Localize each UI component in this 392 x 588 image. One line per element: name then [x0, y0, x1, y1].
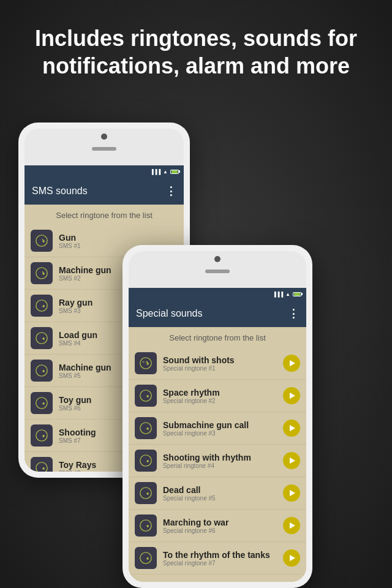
list-item[interactable]: Marching to war Special ringtone #6: [129, 510, 306, 542]
svg-point-13: [140, 488, 151, 499]
play-icon: [290, 522, 295, 529]
item-title: Gun: [59, 233, 178, 243]
list-item[interactable]: To the rhythm of the tanks Special ringt…: [129, 542, 306, 575]
play-button[interactable]: [283, 387, 300, 404]
item-text: Shooting with rhythm Sperial ringtone #4: [163, 453, 277, 469]
list-item[interactable]: Shooting with rhythm Sperial ringtone #4: [129, 445, 306, 477]
phone1-camera: [101, 134, 107, 140]
phone1-toolbar: SMS sounds ⋮: [24, 178, 184, 205]
play-icon: [290, 425, 295, 431]
svg-point-1: [36, 268, 47, 279]
phone2-toolbar: Special sounds ⋮: [129, 300, 306, 327]
signal-icon: ▐▐▐: [273, 292, 283, 297]
svg-point-6: [36, 430, 47, 441]
svg-point-9: [140, 358, 151, 369]
item-icon-gun: [31, 230, 53, 252]
play-button[interactable]: [283, 484, 300, 502]
phone2-status-bar: ▐▐▐ ▲: [129, 288, 306, 300]
play-button[interactable]: [283, 355, 300, 372]
svg-point-12: [140, 455, 151, 466]
phone2-screen: ▐▐▐ ▲ Special sounds ⋮ Select ringtone f…: [129, 251, 306, 582]
list-item[interactable]: Space rhythm Special ringtone #2: [129, 380, 306, 412]
svg-point-10: [140, 390, 151, 401]
list-item[interactable]: Dead call Special ringtone #5: [129, 477, 306, 510]
item-icon: [135, 352, 157, 374]
battery-icon: [293, 292, 301, 296]
list-item[interactable]: Sound with shots Special ringtone #1: [129, 347, 306, 380]
item-sub: Special ringtone #7: [163, 560, 277, 567]
item-title: Marching to war: [163, 518, 277, 527]
svg-point-14: [140, 520, 151, 531]
item-sub: Special ringtone #1: [163, 365, 277, 372]
phone1-app-title: SMS sounds: [32, 186, 165, 197]
phone2-list: Sound with shots Special ringtone #1 Spa…: [129, 347, 306, 582]
item-text: To the rhythm of the tanks Special ringt…: [163, 550, 277, 567]
phone1-list-header: Select ringtone from the list: [24, 205, 184, 225]
item-icon: [135, 385, 157, 407]
wifi-icon: ▲: [163, 169, 168, 175]
item-title: Sound with shots: [163, 355, 277, 365]
item-sub: Special ringtone #3: [163, 430, 277, 437]
play-icon: [290, 458, 295, 464]
battery-icon: [170, 170, 179, 174]
item-icon: [31, 392, 53, 414]
item-sub: Sperial ringtone #4: [163, 462, 277, 469]
item-icon: [31, 295, 53, 317]
item-icon: [135, 514, 157, 537]
item-text: Dead call Special ringtone #5: [163, 485, 277, 502]
play-button[interactable]: [283, 452, 300, 469]
item-title: To the rhythm of the tanks: [163, 550, 277, 560]
svg-point-2: [36, 300, 47, 311]
wifi-icon: ▲: [285, 292, 290, 297]
item-icon: [31, 327, 53, 349]
list-item[interactable]: Submachine gun call Special ringtone #3: [129, 412, 306, 445]
battery-fill: [294, 293, 300, 296]
item-icon: [135, 482, 157, 504]
item-icon: [31, 262, 53, 284]
phone2-list-header: Select ringtone from the list: [129, 327, 306, 347]
item-sub: Special ringtone #2: [163, 398, 277, 404]
svg-point-15: [140, 552, 151, 564]
item-title: Space rhythm: [163, 388, 277, 398]
item-icon: [135, 417, 157, 439]
phone1-status-bar: ▐▐▐ ▲: [24, 165, 184, 178]
svg-point-7: [36, 462, 47, 472]
play-icon: [290, 490, 295, 496]
item-title: Shooting with rhythm: [163, 453, 277, 462]
svg-point-5: [36, 398, 47, 409]
item-title: Submachine gun call: [163, 420, 277, 430]
play-button[interactable]: [283, 420, 300, 437]
phone2-camera: [214, 256, 221, 262]
phone1-menu-icon[interactable]: ⋮: [165, 184, 176, 198]
item-title: Dead call: [163, 485, 277, 495]
svg-point-0: [36, 235, 47, 246]
play-icon: [290, 393, 295, 399]
phone2-app-screen: ▐▐▐ ▲ Special sounds ⋮ Select ringtone f…: [129, 288, 306, 582]
header-section: Includes ringtones, sounds for notificat…: [0, 12, 392, 92]
item-sub: Special ringtone #6: [163, 527, 277, 534]
play-button[interactable]: [283, 517, 300, 534]
item-icon: [31, 457, 53, 472]
svg-point-4: [36, 365, 47, 376]
signal-icon: ▐▐▐: [150, 169, 160, 175]
item-text: Submachine gun call Special ringtone #3: [163, 420, 277, 437]
header-title: Includes ringtones, sounds for notificat…: [24, 24, 368, 80]
item-text: Sound with shots Special ringtone #1: [163, 355, 277, 372]
play-icon: [290, 555, 295, 561]
phone2-menu-icon[interactable]: ⋮: [288, 307, 299, 320]
item-text: Space rhythm Special ringtone #2: [163, 388, 277, 404]
phone2-app-title: Special sounds: [136, 308, 288, 319]
svg-point-11: [140, 423, 151, 434]
phone2-speaker: [205, 270, 230, 273]
item-icon: [135, 547, 157, 569]
phone1-speaker: [92, 147, 116, 151]
item-icon: [31, 424, 53, 447]
svg-point-3: [36, 333, 47, 344]
battery-fill: [172, 170, 178, 173]
play-icon: [290, 360, 295, 366]
phone2-device: ▐▐▐ ▲ Special sounds ⋮ Select ringtone f…: [123, 245, 312, 588]
item-icon: [31, 360, 53, 382]
item-icon: [135, 450, 157, 472]
item-text: Marching to war Special ringtone #6: [163, 518, 277, 534]
play-button[interactable]: [283, 549, 300, 567]
